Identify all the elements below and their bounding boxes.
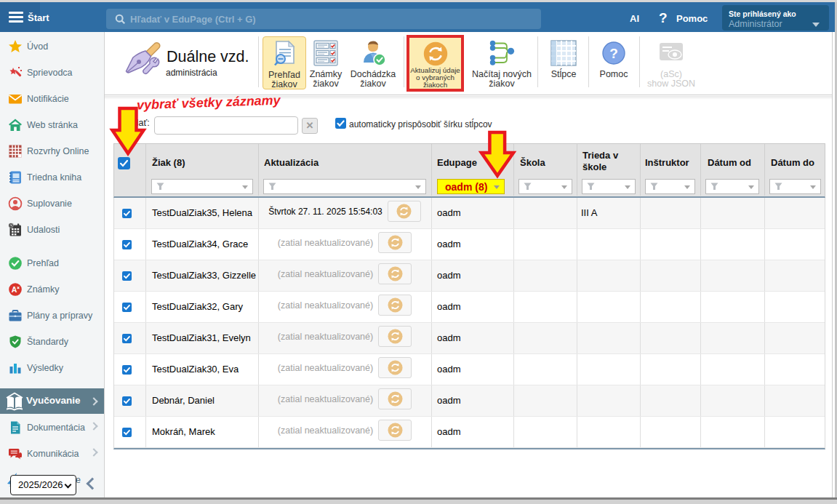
svg-text:?: ? [609,46,618,61]
svg-text:A: A [12,285,17,294]
